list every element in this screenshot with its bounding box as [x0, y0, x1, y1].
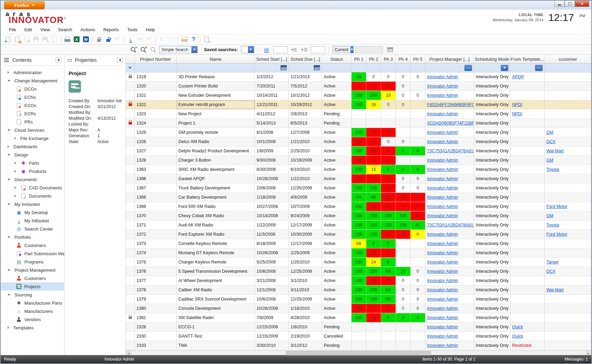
column-header-ph2[interactable]: Ph 2	[366, 55, 381, 63]
sidebar-item-dashboards[interactable]: Dashboards	[1, 142, 64, 151]
project-row-1325[interactable]: 1325GM proximity remote8/1/200812/7/2008…	[126, 128, 591, 137]
project-row-1380[interactable]: 1380Console Development10/28/20081/18/20…	[126, 304, 591, 313]
sidebar-item-file-exchange[interactable]: File Exchange	[1, 134, 64, 142]
filter-cell-mode[interactable]	[474, 63, 510, 72]
sidebar-item-my-innovator[interactable]: My Innovator	[1, 200, 64, 208]
sidebar-item-vendors[interactable]: Vendors	[1, 315, 64, 324]
project-manager-link[interactable]: Innovator Admin	[427, 84, 458, 89]
project-manager-link[interactable]: Innovator Admin	[427, 306, 458, 311]
filter-cell-status[interactable]	[322, 63, 352, 72]
project-row-1379[interactable]: 1379Cadillac SRX Sunroof Development10/6…	[126, 295, 591, 304]
filter-cell-ph1[interactable]	[352, 63, 366, 72]
filter-cell-ph4[interactable]	[396, 63, 411, 72]
scrollbar-thumb[interactable]	[286, 351, 431, 355]
filter-cell-pm[interactable]	[425, 63, 474, 72]
project-manager-link[interactable]: Innovator Admin	[427, 343, 458, 348]
level-input[interactable]	[273, 46, 288, 53]
column-header-template[interactable]: From Template...	[510, 55, 545, 63]
project-manager-link[interactable]: 0CDAD0909DF74F22BFC2...	[427, 121, 474, 126]
customer-link[interactable]: Target	[546, 260, 558, 265]
sidebar-item-design[interactable]: Design	[1, 151, 64, 159]
template-link[interactable]: Quick	[512, 334, 523, 339]
sidebar-item-dcos[interactable]: ▶DCOs	[1, 85, 64, 93]
sidebar-item-templates[interactable]: Templates	[1, 324, 64, 332]
template-link[interactable]: APQP	[512, 74, 524, 79]
chevron-down-icon[interactable]	[8, 80, 10, 82]
customer-link[interactable]: Ford Motor	[546, 204, 567, 209]
sidebar-item-documents[interactable]: ≡Documents	[1, 192, 64, 200]
customer-link[interactable]: Ford Motor	[546, 232, 567, 237]
project-row-1320[interactable]: 1320Custom Printer Build7/20/20117/5/201…	[126, 82, 591, 91]
project-row-1376[interactable]: 13765 Speed Transmission Development10/6…	[126, 267, 591, 276]
project-manager-link[interactable]: Innovator Admin	[427, 139, 458, 144]
customer-link[interactable]: GM	[546, 158, 553, 163]
customer-link[interactable]: GM	[546, 130, 553, 135]
filter-cell-ph3[interactable]	[381, 63, 396, 72]
project-manager-link[interactable]: Innovator Admin	[427, 232, 458, 237]
new-document-icon[interactable]: +	[3, 35, 13, 44]
project-manager-link[interactable]: Innovator Admin	[427, 167, 458, 172]
filter-cell-ph5[interactable]	[411, 63, 425, 72]
sidebar-item-customers[interactable]: Customers	[1, 241, 64, 249]
menu-tools[interactable]: Tools	[124, 26, 141, 33]
filter-cell-customer[interactable]	[545, 63, 591, 72]
firefox-menu-button[interactable]: Firefox	[4, 1, 45, 9]
project-row-1324[interactable]: 1324Project 15/14/20136/5/2013Pending0CD…	[126, 119, 591, 128]
project-row-1321[interactable]: 1321New Extruder Development10/14/201110…	[126, 91, 591, 100]
customer-link[interactable]: GM	[546, 213, 553, 218]
ellipsis-button[interactable]	[535, 65, 543, 71]
chevron-right-icon[interactable]	[8, 145, 9, 148]
column-header-name[interactable]: Name	[177, 55, 255, 63]
column-header-pm[interactable]: Project Manager [...]	[425, 55, 474, 63]
logout-icon[interactable]: →	[202, 35, 211, 44]
project-manager-link[interactable]: Innovator Admin	[427, 315, 458, 320]
chevron-down-icon[interactable]	[8, 269, 10, 271]
chevron-down-icon[interactable]	[8, 294, 10, 296]
menu-help[interactable]: Help	[142, 26, 158, 33]
lock-item-icon[interactable]	[94, 35, 104, 44]
search-type-select[interactable]: Simple Search	[159, 46, 198, 53]
project-row-1381[interactable]: 1381XM Satellite Radio7/8/20094/28/2010A…	[126, 313, 591, 322]
run-search-icon[interactable]: +	[130, 47, 137, 53]
project-row-1378[interactable]: 1378Caliber XM Radio12/1/20083/11/2010Ac…	[126, 285, 591, 295]
sidebar-item-my-desktop[interactable]: ▣My Desktop	[1, 208, 64, 216]
filter-cell-template[interactable]	[510, 63, 545, 72]
chevron-right-icon[interactable]	[14, 162, 16, 164]
project-manager-link[interactable]: Innovator Admin	[427, 250, 458, 255]
sidebar-item-portfolio[interactable]: Portfolio	[1, 233, 64, 241]
project-row-2333[interactable]: 2333TM43/30/20103/1/2012PendingInnovator…	[126, 341, 591, 350]
project-row-1371[interactable]: 1371Audi A6 XM Radio1/22/200912/17/2009A…	[126, 221, 591, 230]
customer-link[interactable]: Wal-Mart	[546, 149, 564, 153]
customer-link[interactable]: Wal-Mart	[546, 287, 564, 292]
menu-view[interactable]: View	[37, 26, 53, 33]
project-row-1323[interactable]: 1323New Project4/11/20122/8/2013PendingI…	[126, 109, 591, 119]
template-link[interactable]: Quick	[512, 325, 523, 329]
project-manager-link[interactable]: Innovator Admin	[427, 287, 458, 292]
column-header-customer[interactable]: customer	[545, 55, 591, 63]
chevron-down-icon[interactable]	[8, 179, 10, 180]
close-button[interactable]: ×	[575, 1, 589, 7]
column-header-ph3[interactable]: Ph 3	[381, 55, 396, 63]
project-manager-link[interactable]: Innovator Admin	[427, 130, 458, 135]
column-header-status[interactable]: Status	[322, 55, 352, 63]
project-row-1372[interactable]: 1372Ford Explorer XM Radio11/3/200810/30…	[126, 230, 591, 239]
chevron-down-icon[interactable]	[8, 129, 10, 131]
project-manager-link[interactable]: Innovator Admin	[427, 260, 458, 265]
structure-list-icon[interactable]	[264, 49, 269, 50]
menu-edit[interactable]: Edit	[21, 26, 35, 33]
sidebar-item-manufacturer-parts[interactable]: ✱Manufacturer Parts	[1, 299, 64, 307]
chevron-down-icon[interactable]	[8, 154, 10, 156]
grid-view-icon[interactable]	[387, 47, 393, 52]
sidebar-item-products[interactable]: ◉Products	[1, 167, 64, 175]
project-manager-link[interactable]: Innovator Admin	[427, 213, 458, 218]
print-icon[interactable]	[63, 35, 72, 44]
filter-cell-lock[interactable]	[126, 63, 135, 72]
project-row-1367[interactable]: 1367Truck Battery Development10/6/200812…	[126, 184, 591, 193]
chevron-right-icon[interactable]	[14, 186, 16, 189]
import-icon[interactable]: ↓	[126, 35, 135, 44]
project-row-1326[interactable]: 1326Delco XM Radio10/1/20081/21/2010Acti…	[126, 137, 591, 146]
horizontal-scrollbar[interactable]: ◄ ►	[126, 350, 591, 356]
template-link[interactable]: NPDI	[512, 102, 522, 107]
chevron-right-icon[interactable]	[8, 326, 9, 329]
column-header-ph4[interactable]: Ph 4	[396, 55, 411, 63]
